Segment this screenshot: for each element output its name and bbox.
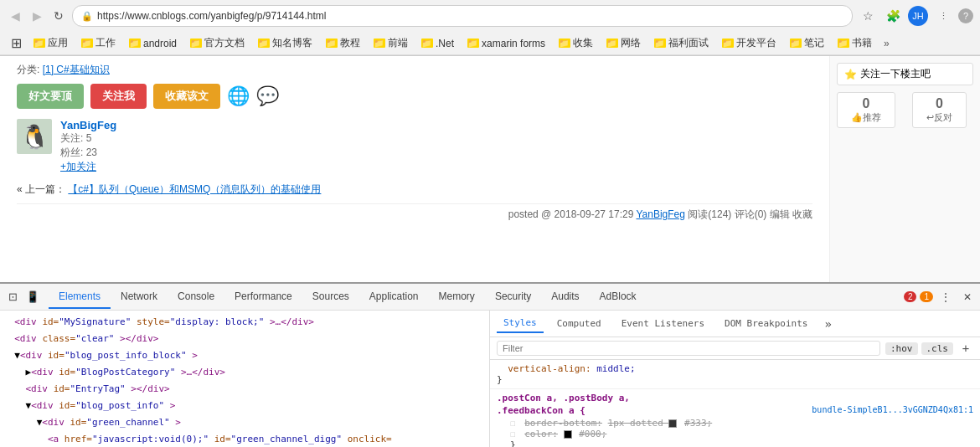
- folder-icon: 📁: [326, 39, 338, 48]
- bookmark-android[interactable]: 📁 android: [124, 36, 182, 51]
- folder-icon: 📁: [467, 39, 479, 48]
- bookmark-label: 应用: [48, 36, 68, 50]
- bookmark-official-docs[interactable]: 📁 官方文档: [185, 34, 250, 52]
- devtools-close-button[interactable]: ✕: [958, 288, 977, 306]
- tab-sources[interactable]: Sources: [302, 285, 359, 309]
- recommend-count: 0: [863, 96, 870, 111]
- bookmark-famous-blog[interactable]: 📁 知名博客: [253, 34, 317, 52]
- element-line[interactable]: ▼<div id="blog_post_info" >: [0, 398, 489, 414]
- element-line[interactable]: <div id="EntryTag" ></div>: [0, 381, 489, 398]
- bookmark-label: 网络: [621, 36, 641, 50]
- bookmark-tutorial[interactable]: 📁 教程: [321, 34, 365, 52]
- device-toolbar-icon[interactable]: 📱: [23, 288, 42, 306]
- menu-button[interactable]: ⋮: [933, 6, 953, 26]
- page-content: 分类: [1] C#基础知识 好文要顶 关注我 收藏该文 🌐 💬 🐧 YanBi…: [0, 56, 980, 282]
- reload-button[interactable]: ↻: [50, 8, 67, 24]
- main-content: 分类: [1] C#基础知识 好文要顶 关注我 收藏该文 🌐 💬 🐧 YanBi…: [0, 56, 829, 282]
- devtools-left-icons: ⊡ 📱: [3, 288, 42, 306]
- oppose-vote-button[interactable]: 0 ↩反对: [912, 92, 967, 128]
- bookmark-books[interactable]: 📁 书籍: [833, 34, 877, 52]
- tab-event-listeners[interactable]: Event Listeners: [615, 315, 711, 332]
- devtools-more-menu[interactable]: ⋮: [936, 288, 955, 306]
- tab-performance[interactable]: Performance: [224, 285, 302, 309]
- author-fans-label: 粉丝: 23: [60, 146, 116, 160]
- extensions-button[interactable]: 🧩: [883, 6, 903, 26]
- prev-post-link[interactable]: 【c#】队列（Queue）和MSMQ（消息队列）的基础使用: [68, 183, 321, 195]
- add-follow-link[interactable]: +加关注: [60, 161, 96, 172]
- filter-actions: :hov .cls: [885, 342, 953, 355]
- bookmark-net[interactable]: 📁 .Net: [416, 36, 459, 51]
- tab-dom-breakpoints[interactable]: DOM Breakpoints: [718, 315, 814, 332]
- css-source[interactable]: bundle-SimpleB1...3vGGNZD4Qx81:1: [812, 405, 973, 418]
- bookmark-label: .Net: [436, 38, 454, 49]
- tab-styles[interactable]: Styles: [497, 314, 544, 333]
- bookmark-apps[interactable]: 📁 应用: [28, 34, 73, 52]
- tab-adblock[interactable]: AdBlock: [590, 285, 647, 309]
- add-style-rule-button[interactable]: +: [958, 341, 973, 356]
- hov-filter-button[interactable]: :hov: [885, 342, 918, 355]
- follow-blog-button[interactable]: ⭐ 关注一下楼主吧: [837, 63, 973, 85]
- css-rule-vertical-align: vertical-align: middle; }: [490, 360, 980, 389]
- css-selector-row: .postCon a, .postBody a,: [497, 393, 973, 405]
- styles-filter-input[interactable]: [503, 343, 874, 353]
- element-line[interactable]: ▶<div id="BlogPostCategory" >…</div>: [0, 364, 489, 381]
- wechat-share-button[interactable]: 💬: [256, 84, 279, 109]
- tab-security[interactable]: Security: [485, 285, 541, 309]
- bookmark-collect[interactable]: 📁 收集: [554, 34, 598, 52]
- css-brace-close: }: [497, 374, 973, 385]
- forward-button[interactable]: ▶: [28, 8, 45, 24]
- inspect-element-icon[interactable]: ⊡: [3, 288, 22, 306]
- bookmark-welfare[interactable]: 📁 福利面试: [649, 34, 714, 52]
- category-link[interactable]: [1] C#基础知识: [43, 64, 110, 75]
- tab-application[interactable]: Application: [359, 285, 429, 309]
- weibo-share-button[interactable]: 🌐: [227, 84, 250, 109]
- author-avatar: 🐧: [17, 119, 52, 154]
- recommend-vote-button[interactable]: 0 👍推荐: [837, 92, 895, 128]
- bookmark-xamarin[interactable]: 📁 xamarin forms: [462, 36, 550, 51]
- meta-author-link[interactable]: YanBigFeg: [636, 208, 684, 220]
- element-line[interactable]: <div id="MySignature" style="display: bl…: [0, 314, 489, 331]
- cls-filter-button[interactable]: .cls: [921, 342, 954, 355]
- bookmark-label: 开发平台: [736, 36, 776, 50]
- bookmark-label: 知名博客: [272, 36, 312, 50]
- prev-post-prefix: « 上一篇：: [17, 183, 65, 195]
- apps-icon[interactable]: ⊞: [7, 34, 25, 53]
- element-line[interactable]: <a href="javascript:void(0);" id="green_…: [0, 431, 489, 447]
- bookmark-devplatform[interactable]: 📁 开发平台: [717, 34, 781, 52]
- back-button[interactable]: ◀: [7, 8, 23, 24]
- bookmark-work[interactable]: 📁 工作: [76, 34, 121, 52]
- bookmark-notes[interactable]: 📁 笔记: [785, 34, 829, 52]
- star-button[interactable]: ☆: [858, 6, 878, 26]
- bookmark-label: xamarin forms: [482, 38, 545, 49]
- tab-audits[interactable]: Audits: [541, 285, 589, 309]
- address-bar[interactable]: 🔒: [72, 5, 853, 27]
- css-property: vertical-align: middle;: [497, 363, 973, 374]
- tab-network[interactable]: Network: [111, 285, 168, 309]
- styles-panel-more[interactable]: »: [824, 317, 831, 331]
- account-button[interactable]: JH: [908, 6, 928, 26]
- collect-button[interactable]: 收藏该文: [153, 84, 220, 109]
- tab-elements[interactable]: Elements: [49, 285, 111, 309]
- author-name[interactable]: YanBigFeg: [60, 119, 116, 131]
- styles-filter-input-container[interactable]: [497, 341, 880, 356]
- url-input[interactable]: [97, 10, 843, 22]
- bookmark-frontend[interactable]: 📁 前端: [369, 34, 413, 52]
- folder-icon: 📁: [790, 39, 802, 48]
- css-property-border: ☐ border-bottom: 1px dotted #333;: [497, 418, 973, 429]
- devtools-toolbar: ⊡ 📱 Elements Network Console Performance…: [0, 284, 980, 311]
- tab-memory[interactable]: Memory: [429, 285, 485, 309]
- author-section: 🐧 YanBigFeg 关注: 5 粉丝: 23 +加关注: [17, 119, 812, 174]
- help-button[interactable]: ?: [958, 8, 973, 23]
- tab-computed[interactable]: Computed: [550, 315, 608, 332]
- bookmarks-more-button[interactable]: »: [880, 36, 893, 51]
- follow-button[interactable]: 关注我: [90, 84, 147, 109]
- tab-console[interactable]: Console: [168, 285, 224, 309]
- recommend-button[interactable]: 好文要顶: [17, 84, 84, 109]
- category-prefix: 分类:: [17, 64, 39, 75]
- bookmark-network[interactable]: 📁 网络: [601, 34, 646, 52]
- element-line[interactable]: <div class="clear" ></div>: [0, 331, 489, 347]
- folder-icon: 📁: [559, 39, 570, 48]
- element-line[interactable]: ▼<div id="blog_post_info_block" >: [0, 347, 489, 364]
- posted-time: posted @ 2018-09-27 17:29: [508, 208, 634, 220]
- element-line[interactable]: ▼<div id="green_channel" >: [0, 414, 489, 431]
